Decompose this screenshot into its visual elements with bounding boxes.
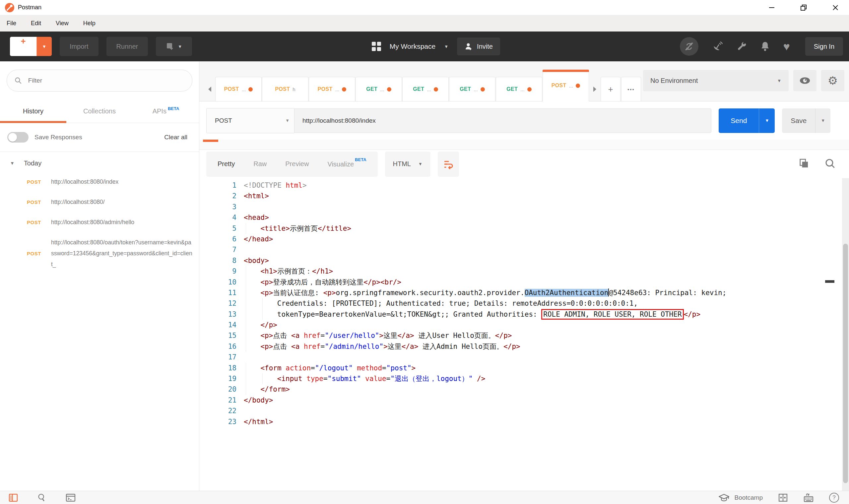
environment-selector[interactable]: No Environment ▼	[643, 70, 789, 91]
code-line[interactable]: 1<!DOCTYPE html>	[199, 180, 849, 191]
code-line[interactable]: 23</html>	[199, 416, 849, 427]
filter-search-box[interactable]	[7, 70, 192, 91]
history-request-row[interactable]: POSThttp://localhost:8080/oauth/token?us…	[0, 232, 199, 274]
menu-file[interactable]: File	[7, 20, 16, 27]
find-button[interactable]	[37, 493, 47, 503]
code-line[interactable]: 12Credentials: [PROTECTED]; Authenticate…	[199, 298, 849, 309]
code-line[interactable]: 19<input type="submit" value="退出（登出，logo…	[199, 373, 849, 384]
clear-all-button[interactable]: Clear all	[164, 133, 187, 141]
menu-edit[interactable]: Edit	[31, 20, 41, 27]
heart-icon[interactable]: ♥	[783, 40, 790, 53]
code-token: </form>	[260, 385, 290, 393]
code-line[interactable]: 16<p>点击 <a href="/admin/hello">这里</a> 进入…	[199, 341, 849, 352]
code-token: >	[383, 343, 388, 350]
code-line[interactable]: 20</form>	[199, 384, 849, 395]
menu-view[interactable]: View	[56, 20, 69, 27]
save-responses-toggle[interactable]	[7, 132, 29, 143]
view-raw[interactable]: Raw	[253, 160, 267, 168]
code-token: "退出（登出，logout）"	[390, 375, 473, 383]
code-line[interactable]: 5<title>示例首页</title>	[199, 223, 849, 234]
help-button[interactable]: ?	[829, 493, 839, 503]
invite-button[interactable]: Invite	[457, 37, 500, 55]
save-options-caret[interactable]: ▼	[815, 108, 830, 133]
close-button[interactable]	[832, 4, 839, 11]
new-button[interactable]: + New ▼	[10, 37, 52, 56]
tabs-scroll-right-button[interactable]	[589, 77, 601, 101]
request-tab-7[interactable]: GET...	[496, 77, 542, 101]
import-button[interactable]: Import	[60, 37, 98, 56]
code-line[interactable]: 3	[199, 202, 849, 212]
code-line[interactable]: 17	[199, 352, 849, 362]
request-tab-4[interactable]: GET...	[356, 77, 402, 101]
sign-in-button[interactable]: Sign In	[805, 37, 843, 56]
tabs-scroll-left-button[interactable]	[204, 77, 215, 101]
bootcamp-button[interactable]: Bootcamp	[718, 493, 763, 502]
code-line[interactable]: 6</head>	[199, 234, 849, 245]
copy-response-button[interactable]	[799, 158, 809, 170]
toggle-sidebar-button[interactable]	[8, 493, 18, 503]
new-window-button[interactable]: ▼	[156, 37, 192, 56]
notifications-bell-icon[interactable]	[760, 41, 770, 52]
line-number: 23	[199, 416, 236, 427]
code-line[interactable]: 10<p>登录成功后，自动跳转到这里</p><br/>	[199, 277, 849, 287]
satellite-icon[interactable]	[712, 41, 723, 52]
settings-button[interactable]: ⚙	[821, 70, 844, 91]
send-options-caret[interactable]: ▼	[759, 108, 775, 133]
code-line[interactable]: 15<p>点击 <a href="/user/hello">这里</a> 进入U…	[199, 330, 849, 341]
save-button[interactable]: Save	[782, 108, 815, 133]
code-line[interactable]: 9<h1>示例首页：</h1>	[199, 266, 849, 276]
tab-title: ...	[474, 87, 478, 92]
request-tab-2[interactable]: POSTh	[262, 77, 308, 101]
restore-button[interactable]	[800, 4, 807, 11]
url-input[interactable]	[294, 108, 711, 133]
view-visualize[interactable]: VisualizeBETA	[327, 160, 366, 168]
code-line[interactable]: 14</p>	[199, 320, 849, 330]
code-line[interactable]: 11<p>当前认证信息: <p>org.springframework.secu…	[199, 287, 849, 298]
code-line[interactable]: 21</body>	[199, 395, 849, 406]
environment-quick-look-button[interactable]	[793, 70, 816, 91]
code-line[interactable]: 4<head>	[199, 212, 849, 223]
request-tab-6[interactable]: GET...	[449, 77, 495, 101]
workspace-selector[interactable]: My Workspace	[390, 42, 435, 50]
line-number: 8	[199, 255, 236, 266]
console-button[interactable]	[65, 493, 76, 503]
code-line[interactable]: 8<body>	[199, 255, 849, 266]
history-request-row[interactable]: POSThttp://localhost:8080/index	[0, 172, 199, 192]
code-line[interactable]: 7	[199, 245, 849, 255]
request-tab-1[interactable]: POST...	[215, 77, 262, 101]
response-format-selector[interactable]: HTML ▼	[385, 151, 431, 177]
view-pretty[interactable]: Pretty	[218, 160, 235, 168]
request-tab-3[interactable]: POST...	[309, 77, 355, 101]
keyboard-shortcuts-button[interactable]	[803, 493, 814, 503]
menu-help[interactable]: Help	[83, 20, 95, 27]
new-dropdown-caret[interactable]: ▼	[36, 37, 52, 56]
code-line[interactable]: 13tokenType=BearertokenValue=&lt;TOKEN&g…	[199, 309, 849, 320]
view-preview[interactable]: Preview	[285, 160, 309, 168]
minimize-button[interactable]	[768, 4, 775, 11]
code-line[interactable]: 22	[199, 406, 849, 416]
code-line[interactable]: 18<form action="/logout" method="post">	[199, 363, 849, 373]
tab-options-button[interactable]: •••	[621, 77, 641, 101]
method-selector[interactable]: POST ▼	[206, 108, 294, 133]
tab-apis[interactable]: APIsBETA	[133, 100, 199, 123]
today-section-header[interactable]: ▼ Today	[0, 155, 199, 172]
tab-history[interactable]: History	[0, 100, 66, 123]
request-tab-5[interactable]: GET...	[402, 77, 449, 101]
filter-input[interactable]	[28, 77, 185, 85]
two-pane-view-button[interactable]	[778, 493, 788, 502]
send-button[interactable]: Send	[719, 108, 759, 133]
line-number: 17	[199, 352, 236, 362]
wrench-icon[interactable]	[736, 41, 747, 52]
runner-button[interactable]: Runner	[106, 37, 148, 56]
workspace-caret[interactable]: ▼	[444, 44, 448, 49]
response-body-editor[interactable]: 1<!DOCTYPE html>2<html>34<head>5<title>示…	[199, 178, 849, 491]
open-new-tab-button[interactable]: +	[601, 77, 620, 101]
sync-disabled-icon[interactable]	[680, 37, 699, 56]
wrap-text-button[interactable]	[438, 151, 459, 177]
request-tab-8[interactable]: POST...	[543, 70, 589, 102]
search-response-button[interactable]	[825, 158, 836, 170]
code-line[interactable]: 2<html>	[199, 191, 849, 201]
tab-collections[interactable]: Collections	[66, 100, 133, 123]
history-request-row[interactable]: POSThttp://localhost:8080/	[0, 192, 199, 212]
history-request-row[interactable]: POSThttp://localhost:8080/admin/hello	[0, 212, 199, 232]
